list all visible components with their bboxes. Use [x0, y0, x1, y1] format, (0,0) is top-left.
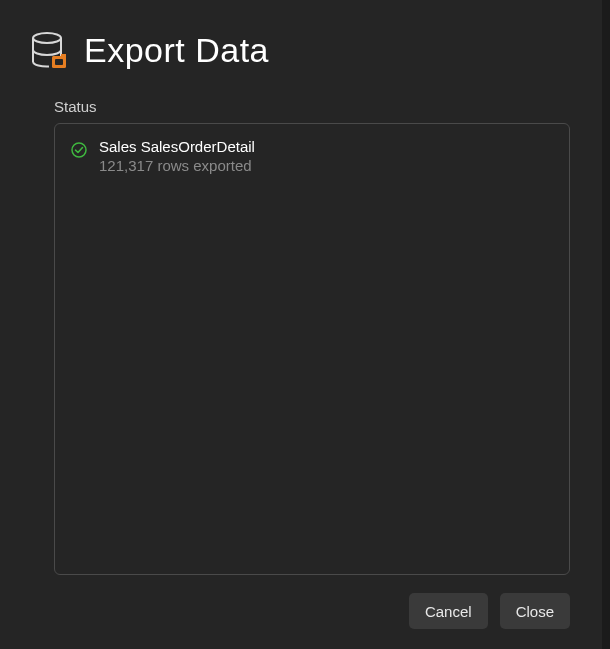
status-item-name: Sales SalesOrderDetail: [99, 138, 255, 155]
cancel-button[interactable]: Cancel: [409, 593, 488, 629]
status-item-detail: 121,317 rows exported: [99, 157, 255, 174]
success-check-icon: [71, 142, 87, 158]
status-panel: Sales SalesOrderDetail 121,317 rows expo…: [54, 123, 570, 575]
status-item: Sales SalesOrderDetail 121,317 rows expo…: [71, 138, 553, 174]
status-item-text: Sales SalesOrderDetail 121,317 rows expo…: [99, 138, 255, 174]
svg-rect-2: [55, 59, 63, 65]
dialog-title: Export Data: [84, 31, 269, 70]
dialog-header: Export Data: [30, 30, 572, 70]
svg-point-0: [33, 33, 61, 43]
database-export-icon: [30, 30, 70, 70]
export-data-dialog: Export Data Status Sales SalesOrderDetai…: [0, 0, 602, 649]
svg-point-4: [72, 143, 86, 157]
close-button[interactable]: Close: [500, 593, 570, 629]
window-edge: [602, 0, 610, 649]
dialog-footer: Cancel Close: [30, 593, 572, 629]
status-heading: Status: [54, 98, 572, 115]
svg-rect-3: [61, 54, 66, 58]
